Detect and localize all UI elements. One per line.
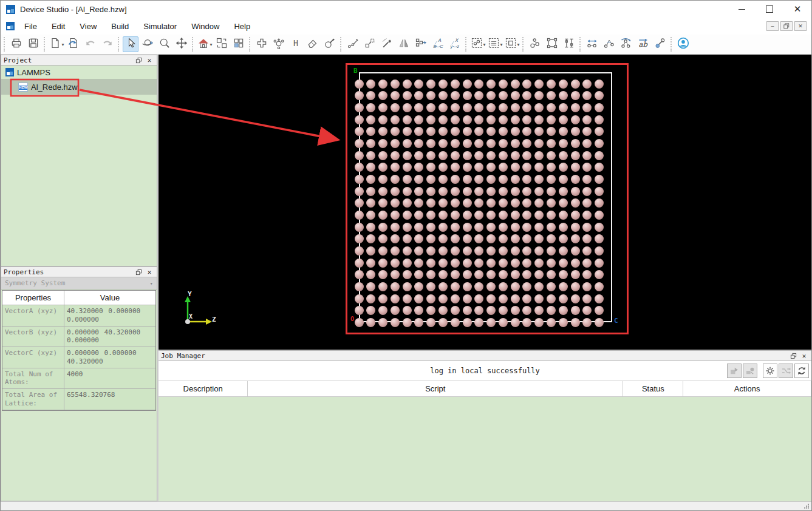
home-view-button[interactable]: ▾ bbox=[197, 36, 213, 52]
mdi-minimize-button[interactable]: – bbox=[766, 21, 779, 31]
job-col-actions[interactable]: Actions bbox=[683, 381, 811, 396]
atom bbox=[403, 127, 412, 136]
transfer-button[interactable] bbox=[779, 364, 793, 378]
build-supercell-button[interactable] bbox=[544, 36, 560, 52]
chevron-down-icon[interactable]: ▾ bbox=[500, 42, 503, 47]
atom bbox=[511, 306, 520, 315]
resize-grip-icon[interactable] bbox=[803, 503, 810, 509]
add-structure-button[interactable] bbox=[254, 36, 270, 52]
atom bbox=[511, 163, 520, 172]
atom bbox=[559, 270, 568, 279]
measure-angle-button[interactable] bbox=[601, 36, 617, 52]
chevron-down-icon[interactable]: ▾ bbox=[483, 42, 486, 47]
project-float-button[interactable] bbox=[134, 56, 143, 64]
select-region-button[interactable]: ▾ bbox=[504, 36, 520, 52]
swap-abc-axes-button[interactable]: ABC bbox=[430, 36, 446, 52]
menu-build[interactable]: Build bbox=[104, 19, 136, 33]
label-ab-button[interactable]: ab bbox=[635, 36, 651, 52]
settings-gear-button[interactable] bbox=[763, 364, 777, 378]
menu-file[interactable]: File bbox=[17, 19, 44, 33]
build-slab-button[interactable] bbox=[561, 36, 577, 52]
user-account-button[interactable] bbox=[675, 36, 691, 52]
import-file-button[interactable] bbox=[66, 36, 81, 52]
atom bbox=[355, 223, 364, 232]
atom bbox=[559, 115, 568, 124]
job-manager-close-button[interactable]: ✕ bbox=[799, 351, 809, 360]
atom bbox=[463, 282, 472, 291]
submit-script-button[interactable] bbox=[743, 364, 757, 378]
job-manager-toolbar: log in local successfully bbox=[159, 361, 811, 381]
open-project-button[interactable] bbox=[9, 36, 24, 52]
app-logo-icon bbox=[6, 5, 15, 14]
swap-xyz-axes-button[interactable]: Xyz bbox=[447, 36, 463, 52]
mdi-close-button[interactable]: ✕ bbox=[794, 21, 807, 31]
atom bbox=[391, 175, 400, 184]
menu-window[interactable]: Window bbox=[184, 19, 227, 33]
add-atom-button[interactable] bbox=[271, 36, 287, 52]
maximize-button[interactable] bbox=[756, 1, 783, 18]
job-manager-panel: Job Manager ✕ log in local successfully … bbox=[159, 350, 811, 501]
build-molecule-button[interactable] bbox=[527, 36, 543, 52]
atom bbox=[451, 234, 460, 243]
select-configuration-button[interactable]: ▾ bbox=[487, 36, 503, 52]
new-file-button[interactable]: ▾ bbox=[49, 36, 64, 52]
atom bbox=[511, 187, 520, 196]
mdi-restore-button[interactable] bbox=[780, 21, 793, 31]
measure-torsion-button[interactable] bbox=[618, 36, 634, 52]
atom bbox=[378, 223, 387, 232]
bond-length-button[interactable] bbox=[652, 36, 668, 52]
minimize-button[interactable] bbox=[728, 1, 756, 18]
atom bbox=[355, 163, 364, 172]
atom bbox=[378, 151, 387, 160]
atom bbox=[355, 282, 364, 291]
close-button[interactable]: ✕ bbox=[783, 1, 811, 18]
select-cursor-button[interactable] bbox=[123, 36, 138, 52]
extend-cell-button[interactable] bbox=[362, 36, 378, 52]
properties-float-button[interactable] bbox=[134, 268, 143, 276]
chevron-down-icon[interactable]: ▾ bbox=[210, 42, 213, 47]
modify-element-button[interactable] bbox=[322, 36, 338, 52]
chevron-down-icon[interactable]: ▾ bbox=[62, 42, 64, 47]
pan-view-button[interactable] bbox=[174, 36, 189, 52]
project-close-button[interactable]: ✕ bbox=[145, 56, 154, 64]
add-hydrogen-button[interactable]: H bbox=[288, 36, 304, 52]
tree-item-lammps[interactable]: LAMMPS bbox=[1, 66, 157, 79]
atom bbox=[438, 80, 448, 89]
atom bbox=[355, 127, 364, 136]
job-col-description[interactable]: Description bbox=[159, 381, 248, 396]
atom bbox=[511, 223, 520, 232]
menu-simulator[interactable]: Simulator bbox=[136, 19, 184, 33]
modify-bond-button[interactable] bbox=[345, 36, 361, 52]
window-grid-button[interactable] bbox=[231, 36, 247, 52]
tile-windows-button[interactable] bbox=[214, 36, 230, 52]
chevron-down-icon[interactable]: ▾ bbox=[517, 42, 520, 47]
menu-edit[interactable]: Edit bbox=[44, 19, 72, 33]
edit-structure-button[interactable] bbox=[379, 36, 395, 52]
job-manager-float-button[interactable] bbox=[788, 351, 798, 360]
job-col-script[interactable]: Script bbox=[248, 381, 623, 396]
menu-help[interactable]: Help bbox=[227, 19, 258, 33]
toolbar-separator bbox=[192, 37, 194, 52]
atom bbox=[534, 151, 544, 160]
redo-button[interactable] bbox=[100, 36, 115, 52]
undo-button[interactable] bbox=[83, 36, 98, 52]
atom bbox=[511, 282, 520, 291]
rotate-view-button[interactable] bbox=[140, 36, 155, 52]
refresh-button[interactable] bbox=[794, 364, 809, 378]
menu-view[interactable]: View bbox=[72, 19, 104, 33]
atom bbox=[438, 306, 448, 315]
3d-viewport[interactable]: B O C Y X Z bbox=[159, 55, 811, 350]
mirror-button[interactable] bbox=[396, 36, 412, 52]
measure-distance-button[interactable] bbox=[584, 36, 600, 52]
pan-view-icon bbox=[176, 37, 188, 52]
replace-fragment-button[interactable] bbox=[413, 36, 429, 52]
properties-close-button[interactable]: ✕ bbox=[145, 268, 154, 276]
tree-item-al-rede-hzw[interactable]: HZWAl_Rede.hzw bbox=[1, 79, 157, 95]
save-button[interactable] bbox=[26, 36, 41, 52]
submit-job-button[interactable] bbox=[727, 364, 742, 378]
eraser-button[interactable] bbox=[305, 36, 321, 52]
job-col-status[interactable]: Status bbox=[623, 381, 683, 396]
symmetry-system-dropdown[interactable]: Symmetry System ▾ bbox=[1, 277, 157, 289]
select-atoms-button[interactable]: ▾ bbox=[470, 36, 486, 52]
zoom-view-button[interactable] bbox=[157, 36, 172, 52]
